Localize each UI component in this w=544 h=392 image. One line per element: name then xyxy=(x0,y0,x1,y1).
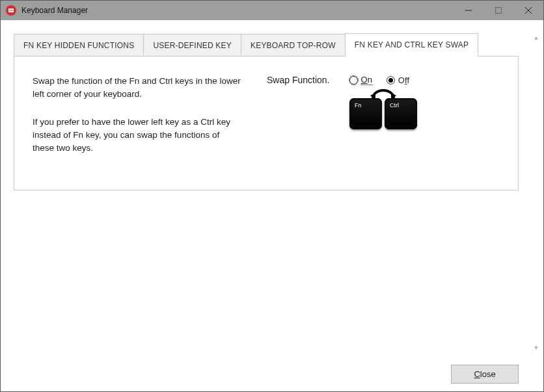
close-icon xyxy=(525,7,532,14)
scroll-down-arrow-icon[interactable]: ▼ xyxy=(532,343,541,352)
tab-strip: FN KEY HIDDEN FUNCTIONS USER-DEFINED KEY… xyxy=(14,33,519,57)
close-button[interactable]: Close xyxy=(451,365,519,384)
swap-function-label: Swap Function. xyxy=(267,75,330,85)
maximize-button[interactable] xyxy=(483,1,513,20)
maximize-icon xyxy=(495,7,502,14)
window-title: Keyboard Manager xyxy=(21,6,454,15)
minimize-icon xyxy=(465,7,472,14)
radio-on-label: On xyxy=(361,75,372,85)
key-ctrl: Ctrl xyxy=(385,98,417,129)
close-window-button[interactable] xyxy=(513,1,543,20)
titlebar: Keyboard Manager xyxy=(1,1,543,20)
tab-panel-fn-ctrl-swap: Swap the function of the Fn and Ctrl key… xyxy=(14,56,519,190)
tab-fn-ctrl-swap[interactable]: FN KEY AND CTRL KEY SWAP xyxy=(345,33,479,57)
keys-illustration: Fn Ctrl xyxy=(267,98,500,129)
radio-off[interactable]: Off xyxy=(387,75,409,85)
swap-radio-group: On Off xyxy=(349,75,410,85)
tab-user-defined-key[interactable]: USER-DEFINED KEY xyxy=(143,34,241,57)
button-bar: Close xyxy=(14,356,519,384)
app-icon xyxy=(6,5,16,16)
radio-off-label: Off xyxy=(398,75,409,85)
radio-off-circle xyxy=(387,76,395,85)
radio-on[interactable]: On xyxy=(349,75,372,85)
minimize-button[interactable] xyxy=(454,1,483,20)
description-paragraph-1: Swap the function of the Fn and Ctrl key… xyxy=(33,75,241,101)
key-fn: Fn xyxy=(349,98,382,129)
svg-rect-0 xyxy=(8,8,14,12)
radio-on-circle xyxy=(349,76,358,85)
description-paragraph-2: If you prefer to have the lower left key… xyxy=(33,116,241,155)
tab-keyboard-top-row[interactable]: KEYBOARD TOP-ROW xyxy=(241,34,346,57)
window-controls xyxy=(454,1,543,20)
tab-fn-hidden-functions[interactable]: FN KEY HIDDEN FUNCTIONS xyxy=(14,34,144,57)
scroll-up-arrow-icon[interactable]: ▲ xyxy=(532,33,541,42)
swap-arrow-icon xyxy=(369,89,398,101)
scrollbar[interactable]: ▲ ▼ xyxy=(532,33,541,352)
content-area: ▲ ▼ FN KEY HIDDEN FUNCTIONS USER-DEFINED… xyxy=(1,20,543,391)
svg-rect-4 xyxy=(496,8,502,14)
tab-container: FN KEY HIDDEN FUNCTIONS USER-DEFINED KEY… xyxy=(14,33,519,356)
window-root: Keyboard Manager ▲ ▼ FN KEY HIDDEN FUNCT… xyxy=(0,0,544,392)
